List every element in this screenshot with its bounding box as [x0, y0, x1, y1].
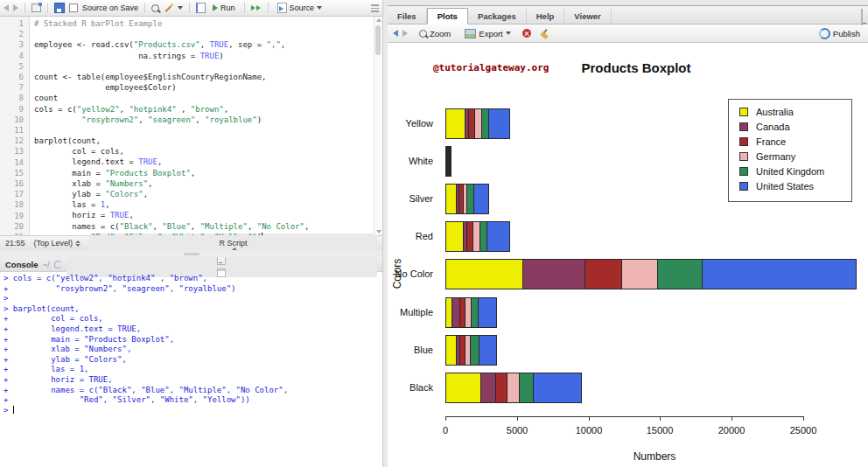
- line-number: 13: [0, 146, 24, 157]
- code-line[interactable]: count: [34, 93, 382, 103]
- line-number: 16: [0, 178, 24, 189]
- open-new-window-icon[interactable]: [32, 3, 41, 12]
- legend-item-australia: Australia: [739, 107, 851, 117]
- file-type-label: R Script: [220, 239, 248, 247]
- y-axis-label-silver: Silver: [388, 184, 433, 214]
- legend-label: Australia: [756, 107, 794, 117]
- editor-statusbar: 21:55 (Top Level) R Script: [0, 235, 382, 250]
- scope-picker[interactable]: (Top Level): [34, 239, 81, 247]
- line-number: 19: [0, 211, 24, 221]
- code-line[interactable]: [34, 125, 382, 136]
- minimize-console-icon[interactable]: [217, 257, 226, 265]
- console-line: + horiz = TRUE,: [4, 375, 379, 386]
- x-axis-tick-label: 15000: [647, 425, 674, 436]
- line-number: 14: [0, 157, 24, 168]
- x-axis-tick-label: 25000: [790, 425, 817, 436]
- line-number: 12: [0, 136, 24, 146]
- find-icon[interactable]: [151, 4, 159, 12]
- code-line[interactable]: cols = c("yellow2", "hotpink4" , "brown"…: [34, 104, 382, 115]
- bar-segment-united-states: [488, 108, 510, 139]
- pane-tabbar: FilesPlotsPackagesHelpViewer: [388, 5, 868, 24]
- zoom-label: Zoom: [430, 29, 451, 38]
- code-line[interactable]: [34, 61, 382, 72]
- line-number: 3: [0, 39, 24, 50]
- next-plot-icon[interactable]: [402, 30, 408, 37]
- code-line[interactable]: employee <- read.csv("Products.csv", TRU…: [34, 39, 382, 50]
- cursor-position: 21:55: [5, 239, 25, 247]
- code-line[interactable]: [34, 29, 382, 39]
- horizontal-splitter[interactable]: [0, 250, 383, 257]
- tab-files[interactable]: Files: [388, 9, 427, 24]
- code-line[interactable]: na.strings = TRUE): [34, 51, 382, 61]
- line-number: 9: [0, 104, 24, 115]
- code-line[interactable]: "rosybrown2", "seagreen", "royalblue"): [34, 115, 382, 125]
- bar-white: [445, 146, 452, 177]
- zoom-button[interactable]: Zoom: [416, 28, 453, 39]
- remove-plot-icon[interactable]: [522, 29, 531, 38]
- code-line[interactable]: main = "Products Boxplot",: [34, 168, 382, 178]
- tab-packages[interactable]: Packages: [468, 9, 527, 24]
- console-line: + names = c("Black", "Blue", "Multiple",…: [4, 386, 379, 396]
- tab-plots[interactable]: Plots: [427, 8, 468, 24]
- export-dropdown-icon: [506, 31, 511, 35]
- save-icon[interactable]: [54, 3, 65, 13]
- export-button[interactable]: Export: [462, 28, 513, 39]
- code-line[interactable]: count <- table(employee$EnglishCountryRe…: [34, 72, 382, 82]
- console-line: > cols = c("yellow2", "hotpink4" , "brow…: [4, 274, 379, 284]
- legend-swatch: [739, 108, 748, 116]
- clear-all-plots-icon[interactable]: [540, 29, 550, 38]
- console-line: + "Red", "Silver", "White", "Yellow")): [4, 395, 379, 406]
- source-on-save-checkbox[interactable]: [69, 3, 78, 12]
- separator: [268, 3, 269, 13]
- source-button[interactable]: Source: [275, 2, 326, 14]
- code-tools-icon[interactable]: [164, 3, 173, 13]
- code-line[interactable]: barplot(count,: [34, 136, 382, 146]
- previous-plot-icon[interactable]: [393, 30, 398, 37]
- document-outline-icon[interactable]: [371, 4, 379, 12]
- code-line[interactable]: employee$Color): [34, 82, 382, 93]
- code-line[interactable]: horiz = TRUE,: [34, 210, 382, 220]
- code-area[interactable]: # Stacked R barPlot Exampleemployee <- r…: [30, 17, 382, 235]
- console-output[interactable]: > cols = c("yellow2", "hotpink4" , "brow…: [0, 272, 382, 467]
- bar-blue: [445, 335, 497, 366]
- line-number: 5: [0, 61, 24, 72]
- minimize-pane-icon[interactable]: [861, 9, 863, 25]
- bar-segment-australia: [445, 108, 466, 139]
- code-line[interactable]: legend.text = TRUE,: [34, 157, 382, 167]
- run-button[interactable]: Run: [210, 3, 238, 13]
- rerun-icon[interactable]: [251, 5, 262, 10]
- editor-scrollbar[interactable]: [374, 17, 382, 235]
- x-axis-tick: [803, 416, 804, 421]
- forward-icon[interactable]: [13, 4, 18, 11]
- publish-button[interactable]: Publish: [816, 27, 863, 40]
- code-line[interactable]: col = cols,: [34, 146, 382, 157]
- bar-segment-australia: [445, 373, 481, 403]
- bar-no-color: [445, 259, 857, 289]
- code-line[interactable]: "Red", "Silver", "White", "Yellow")): [34, 232, 382, 235]
- code-tools-dropdown-icon[interactable]: [178, 6, 183, 10]
- code-line[interactable]: xlab = "Numbers",: [34, 178, 382, 189]
- watermark: @tutorialgateway.org: [433, 62, 549, 73]
- bar-segment-germany: [621, 259, 658, 289]
- console-line: + ylab = "Colors",: [4, 355, 379, 366]
- console-line: >: [4, 294, 379, 304]
- legend-label: United Kingdom: [756, 166, 824, 177]
- x-axis-tick: [589, 416, 590, 421]
- scrollbar-thumb[interactable]: [375, 25, 381, 55]
- back-icon[interactable]: [4, 4, 9, 11]
- tab-help[interactable]: Help: [527, 9, 565, 24]
- scroll-up-icon[interactable]: [376, 18, 382, 22]
- bar-segment-france: [495, 373, 508, 403]
- code-line[interactable]: names = c("Black", "Blue", "Multiple", "…: [34, 221, 382, 232]
- tab-viewer[interactable]: Viewer: [564, 9, 611, 24]
- x-axis-tick-label: 20000: [718, 425, 746, 436]
- scroll-down-icon[interactable]: [376, 230, 382, 234]
- compile-notebook-icon[interactable]: [196, 3, 206, 13]
- bar-black: [445, 373, 582, 403]
- code-line[interactable]: # Stacked R barPlot Example: [34, 18, 382, 29]
- line-number: 8: [0, 93, 24, 103]
- code-line[interactable]: las = 1,: [34, 199, 382, 210]
- code-line[interactable]: ylab = "Colors",: [34, 189, 382, 199]
- editor-body[interactable]: 123456789101112131415161718192021 # Stac…: [0, 17, 382, 235]
- console-refresh-icon[interactable]: [54, 261, 62, 268]
